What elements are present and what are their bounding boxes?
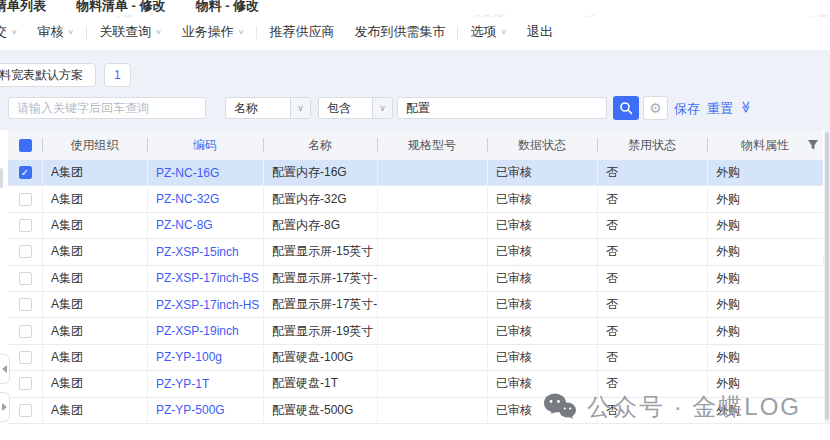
- cell-attr: 外购: [707, 266, 823, 291]
- material-code-link[interactable]: PZ-YP-100g: [156, 350, 222, 364]
- material-code-link[interactable]: PZ-XSP-19inch: [156, 324, 239, 338]
- cell-code: PZ-NC-16G: [147, 160, 263, 185]
- row-checkbox[interactable]: [19, 377, 32, 390]
- table-row[interactable]: A集团 PZ-YP-500G 配置硬盘-500G 已审核 否 外购: [8, 398, 823, 424]
- publish-market-label: 发布到供需集市: [354, 23, 445, 41]
- material-code-link[interactable]: PZ-NC-8G: [156, 218, 213, 232]
- cell-status: 已审核: [487, 239, 597, 264]
- exit-button[interactable]: 退出: [517, 23, 563, 41]
- cell-status: 已审核: [487, 318, 597, 343]
- toolbar-divider: [86, 26, 87, 39]
- cell-org: A集团: [42, 371, 147, 396]
- table-body: ✓ A集团 PZ-NC-16G 配置内存-16G 已审核 否 外购 A集团 PZ…: [8, 160, 823, 424]
- row-checkbox[interactable]: [19, 193, 32, 206]
- options-menu[interactable]: 选项 ∨: [460, 23, 517, 41]
- cell-name: 配置硬盘-100G: [263, 345, 377, 370]
- header-spec[interactable]: 规格型号: [377, 130, 487, 160]
- table-row[interactable]: A集团 PZ-XSP-17inch-HS 配置显示屏-17英寸-... 已审核 …: [8, 292, 823, 318]
- cell-attr: 外购: [707, 239, 823, 264]
- cell-name: 配置显示屏-19英寸: [263, 318, 377, 343]
- field-select[interactable]: 名称 ∨: [225, 97, 311, 119]
- cell-name: 配置内存-32G: [263, 186, 377, 211]
- material-code-link[interactable]: PZ-NC-16G: [156, 166, 219, 180]
- cell-name: 配置内存-16G: [263, 160, 377, 185]
- search-button[interactable]: [613, 96, 639, 120]
- vertical-scrollbar[interactable]: [824, 130, 830, 424]
- submit-menu[interactable]: 交 ∨: [0, 23, 28, 41]
- select-all-checkbox[interactable]: [19, 139, 32, 152]
- table-row[interactable]: A集团 PZ-YP-100g 配置硬盘-100G 已审核 否 外购: [8, 345, 823, 371]
- header-attr[interactable]: 物料属性: [707, 130, 823, 160]
- biz-operation-menu[interactable]: 业务操作 ∨: [172, 23, 255, 41]
- tab-list[interactable]: 清单列表: [0, 0, 46, 13]
- recommend-supplier-label: 推荐供应商: [269, 23, 334, 41]
- tab-material-edit[interactable]: 物料 - 修改: [196, 0, 260, 13]
- row-checkbox[interactable]: [19, 351, 32, 364]
- header-status[interactable]: 数据状态: [487, 130, 597, 160]
- arrow-right-icon: [2, 403, 7, 411]
- row-checkbox[interactable]: [19, 404, 32, 417]
- filter-settings-button[interactable]: ⚙: [643, 96, 668, 120]
- cell-name: 配置显示屏-15英寸: [263, 239, 377, 264]
- material-code-link[interactable]: PZ-YP-500G: [156, 403, 225, 417]
- gear-icon: ⚙: [649, 100, 662, 116]
- row-checkbox-cell: [8, 318, 42, 343]
- cell-disabled: 否: [597, 186, 707, 211]
- header-org[interactable]: 使用组织: [42, 130, 147, 160]
- header-name[interactable]: 名称: [263, 130, 377, 160]
- table-row[interactable]: A集团 PZ-NC-32G 配置内存-32G 已审核 否 外购: [8, 186, 823, 212]
- cell-org: A集团: [42, 398, 147, 423]
- cell-status: 已审核: [487, 292, 597, 317]
- recommend-supplier-button[interactable]: 推荐供应商: [259, 23, 344, 41]
- material-code-link[interactable]: PZ-XSP-17inch-HS: [156, 298, 259, 312]
- table-row[interactable]: ✓ A集团 PZ-NC-16G 配置内存-16G 已审核 否 外购: [8, 160, 823, 186]
- operator-select[interactable]: 包含 ∨: [318, 97, 393, 119]
- row-checkbox[interactable]: [19, 245, 32, 258]
- reset-filter-link[interactable]: 重置: [707, 100, 733, 118]
- cell-code: PZ-XSP-17inch-HS: [147, 292, 263, 317]
- cell-status: 已审核: [487, 398, 597, 423]
- table-row[interactable]: A集团 PZ-XSP-15inch 配置显示屏-15英寸 已审核 否 外购: [8, 239, 823, 265]
- scrollbar-thumb[interactable]: [825, 132, 829, 420]
- cell-spec: [377, 371, 487, 396]
- table-row[interactable]: A集团 PZ-XSP-19inch 配置显示屏-19英寸 已审核 否 外购: [8, 318, 823, 344]
- header-disabled[interactable]: 禁用状态: [597, 130, 707, 160]
- tab-bom-edit[interactable]: 物料清单 - 修改: [76, 0, 166, 13]
- keyword-search-input[interactable]: [8, 97, 206, 119]
- filter-value-input[interactable]: [397, 97, 607, 119]
- row-checkbox[interactable]: [19, 298, 32, 311]
- cell-disabled: 否: [597, 160, 707, 185]
- save-filter-link[interactable]: 保存: [674, 100, 700, 118]
- collapse-panel-handle[interactable]: [0, 354, 10, 384]
- material-code-link[interactable]: PZ-YP-1T: [156, 377, 209, 391]
- cell-spec: [377, 318, 487, 343]
- cell-attr: 外购: [707, 318, 823, 343]
- header-code[interactable]: 编码: [147, 130, 263, 160]
- cell-attr: 外购: [707, 345, 823, 370]
- row-checkbox[interactable]: [19, 325, 32, 338]
- material-code-link[interactable]: PZ-XSP-15inch: [156, 245, 239, 259]
- filter-funnel-icon[interactable]: [807, 139, 819, 151]
- cell-code: PZ-XSP-17inch-BS: [147, 266, 263, 291]
- cell-spec: [377, 266, 487, 291]
- scheme-chip[interactable]: 料宽表默认方案: [0, 63, 96, 87]
- row-checkbox[interactable]: [19, 219, 32, 232]
- table-row[interactable]: A集团 PZ-XSP-17inch-BS 配置显示屏-17英寸-... 已审核 …: [8, 266, 823, 292]
- material-code-link[interactable]: PZ-XSP-17inch-BS: [156, 271, 259, 285]
- expand-filter-icon[interactable]: ≫: [739, 101, 753, 112]
- publish-market-button[interactable]: 发布到供需集市: [344, 23, 455, 41]
- row-checkbox-cell: [8, 292, 42, 317]
- table-row[interactable]: A集团 PZ-YP-1T 配置硬盘-1T 已审核 否 外购: [8, 371, 823, 397]
- cell-attr: 外购: [707, 292, 823, 317]
- audit-menu[interactable]: 审核 ∨: [28, 23, 85, 41]
- related-query-menu[interactable]: 关联查询 ∨: [89, 23, 172, 41]
- row-checkbox[interactable]: ✓: [19, 166, 32, 179]
- left-scroll-nub[interactable]: [0, 168, 3, 188]
- chevron-down-icon: ∨: [11, 28, 18, 36]
- material-code-link[interactable]: PZ-NC-32G: [156, 192, 219, 206]
- scheme-count-chip[interactable]: 1: [104, 63, 131, 87]
- chevron-down-icon: ∨: [155, 28, 162, 36]
- row-checkbox[interactable]: [19, 272, 32, 285]
- table-row[interactable]: A集团 PZ-NC-8G 配置内存-8G 已审核 否 外购: [8, 213, 823, 239]
- expand-panel-handle[interactable]: [0, 392, 10, 422]
